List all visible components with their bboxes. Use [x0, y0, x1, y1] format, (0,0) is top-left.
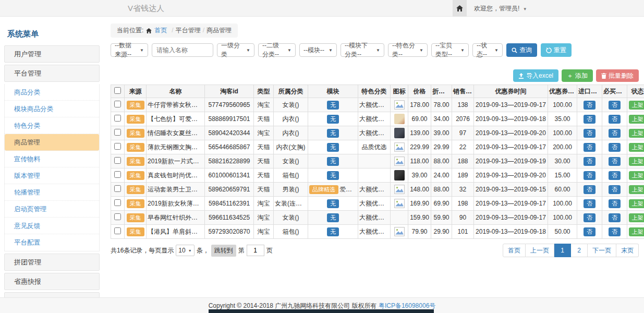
sidebar-item-启动页管理[interactable]: 启动页管理 [5, 201, 99, 218]
filter-select-一级分类[interactable]: 一级分类▼ [217, 43, 254, 57]
row-checkbox[interactable] [114, 185, 121, 192]
module-badge[interactable]: 无 [327, 101, 339, 110]
page-number-input[interactable] [247, 245, 264, 256]
pager-2[interactable]: 2 [571, 244, 588, 257]
import-toggle-badge[interactable]: 否 [584, 115, 596, 124]
import-toggle-badge[interactable]: 否 [584, 185, 596, 194]
pager-首页[interactable]: 首页 [503, 244, 526, 257]
status-badge[interactable]: 上架 [629, 101, 644, 110]
import-toggle-badge[interactable]: 否 [584, 143, 596, 152]
row-checkbox[interactable] [114, 171, 121, 178]
sidebar-item-商品管理[interactable]: 商品管理 [5, 134, 99, 151]
sidebar-item-模块商品分类[interactable]: 模块商品分类 [5, 101, 99, 117]
filter-select-二级分类[interactable]: --二级分类--▼ [258, 43, 296, 57]
cell-import-select: 否 [577, 183, 602, 197]
row-checkbox[interactable] [114, 101, 121, 107]
select-all-checkbox[interactable] [114, 87, 121, 94]
sidebar-group-用户管理[interactable]: 用户管理 [4, 45, 100, 63]
filter-select-宝贝类型[interactable]: --宝贝类型--▼ [431, 43, 469, 57]
jump-to-button[interactable]: 跳转到 [211, 245, 236, 257]
status-badge[interactable]: 上架 [629, 199, 644, 208]
must-buy-toggle-badge[interactable]: 否 [609, 227, 621, 236]
status-badge[interactable]: 上架 [629, 129, 644, 138]
icp-link[interactable]: 粤ICP备16098006号 [379, 302, 435, 309]
row-checkbox[interactable] [114, 143, 121, 150]
must-buy-toggle-badge[interactable]: 否 [609, 157, 621, 166]
status-badge[interactable]: 上架 [629, 171, 644, 180]
sidebar-item-版本管理[interactable]: 版本管理 [5, 167, 99, 184]
module-badge[interactable]: 无 [327, 115, 339, 124]
module-badge[interactable]: 无 [327, 199, 339, 208]
status-badge[interactable]: 上架 [629, 227, 644, 236]
module-badge[interactable]: 无 [327, 227, 339, 236]
sidebar-item-轮播管理[interactable]: 轮播管理 [5, 184, 99, 201]
must-buy-toggle-badge[interactable]: 否 [609, 101, 621, 110]
per-page-select[interactable]: 10 ▼ [176, 245, 194, 256]
must-buy-toggle-badge[interactable]: 否 [609, 115, 621, 124]
user-menu[interactable]: 欢迎您，管理员! ▼ [474, 0, 527, 17]
filter-select-模块[interactable]: --模块--▼ [299, 43, 337, 57]
must-buy-toggle-badge[interactable]: 否 [609, 171, 621, 180]
module-badge[interactable]: 无 [327, 143, 339, 152]
pager-1[interactable]: 1 [554, 244, 571, 257]
top-header: V省钱达人 欢迎您，管理员! ▼ [0, 0, 644, 17]
sidebar-group-平台管理[interactable]: 平台管理 [4, 65, 100, 82]
sidebar-item-商品分类[interactable]: 商品分类 [5, 84, 99, 101]
breadcrumb-home-link[interactable]: 首页 [154, 26, 167, 35]
row-checkbox[interactable] [114, 115, 121, 122]
reset-button[interactable]: 重置 [541, 43, 572, 57]
sidebar-item-平台配置[interactable]: 平台配置 [5, 234, 99, 251]
import-toggle-badge[interactable]: 否 [584, 213, 596, 222]
module-badge[interactable]: 品牌精选 [309, 185, 338, 194]
pager-下一页[interactable]: 下一页 [588, 244, 616, 257]
import-excel-button[interactable]: 导入excel [513, 69, 558, 82]
row-checkbox[interactable] [114, 157, 121, 164]
module-badge[interactable]: 无 [327, 129, 339, 138]
import-toggle-badge[interactable]: 否 [584, 129, 596, 138]
cell-discount-price: 88.00 [431, 183, 452, 197]
import-toggle-badge[interactable]: 否 [584, 171, 596, 180]
breadcrumb-item: 平台管理 [176, 27, 201, 34]
batch-delete-button[interactable]: 批量删除 [596, 69, 639, 82]
must-buy-toggle-badge[interactable]: 否 [609, 129, 621, 138]
cell-type: 淘宝 [254, 211, 274, 225]
add-button[interactable]: ＋ 添加 [562, 69, 593, 82]
home-icon[interactable] [453, 0, 467, 17]
row-checkbox[interactable] [114, 227, 121, 234]
module-badge[interactable]: 无 [327, 171, 339, 180]
import-toggle-badge[interactable]: 否 [584, 101, 596, 110]
import-toggle-badge[interactable]: 否 [584, 199, 596, 208]
sidebar-item-特色分类[interactable]: 特色分类 [5, 117, 99, 134]
must-buy-toggle-badge[interactable]: 否 [609, 143, 621, 152]
import-toggle-badge[interactable]: 否 [584, 227, 596, 236]
filter-select-模块下分类[interactable]: --模块下分类--▼ [341, 43, 384, 57]
status-badge[interactable]: 上架 [629, 213, 644, 222]
must-buy-toggle-badge[interactable]: 否 [609, 199, 621, 208]
row-checkbox[interactable] [114, 129, 121, 136]
sidebar-group-省惠快报[interactable]: 省惠快报 [4, 273, 100, 290]
sidebar-group-拼团管理[interactable]: 拼团管理 [4, 254, 100, 271]
status-badge[interactable]: 上架 [629, 143, 644, 152]
module-badge[interactable]: 无 [327, 213, 339, 222]
app-title: V省钱达人 [128, 0, 164, 17]
status-badge[interactable]: 上架 [629, 185, 644, 194]
search-button[interactable]: 查询 [506, 43, 537, 57]
must-buy-toggle-badge[interactable]: 否 [609, 185, 621, 194]
import-toggle-badge[interactable]: 否 [584, 157, 596, 166]
status-badge[interactable]: 上架 [629, 157, 644, 166]
filter-select-状态[interactable]: --状态--▼ [472, 43, 503, 57]
module-badge[interactable]: 无 [327, 157, 339, 166]
status-badge[interactable]: 上架 [629, 115, 644, 124]
cell-coupon-amount: 15.00 [548, 168, 577, 183]
must-buy-toggle-badge[interactable]: 否 [609, 213, 621, 222]
name-search-input[interactable] [152, 43, 213, 57]
sidebar-item-意见反馈[interactable]: 意见反馈 [5, 218, 99, 234]
filter-select-数据来源[interactable]: --数据来源--▼ [111, 43, 148, 57]
pager-上一页[interactable]: 上一页 [526, 244, 554, 257]
row-checkbox[interactable] [114, 199, 121, 206]
pager-末页[interactable]: 末页 [616, 244, 639, 257]
row-checkbox[interactable] [114, 213, 121, 220]
filter-select-特色分类[interactable]: --特色分类--▼ [388, 43, 428, 57]
sidebar-item-宣传物料[interactable]: 宣传物料 [5, 151, 99, 167]
cell-must-buy: 否 [602, 154, 627, 168]
